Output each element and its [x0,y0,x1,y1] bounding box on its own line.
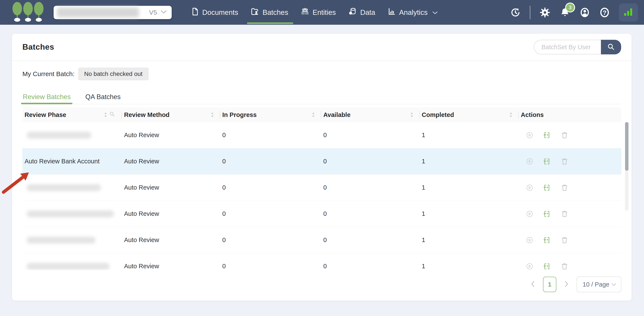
sort-icon[interactable] [210,112,214,118]
delete-trash-icon[interactable] [561,210,568,218]
page-size-select[interactable]: 10 / Page [576,277,622,292]
completed-cell: 1 [420,132,519,139]
table-row[interactable]: Auto Review 0 0 1 [22,253,622,270]
workspace-version-select[interactable]: V5 [54,6,172,19]
review-method-cell: Auto Review [122,263,220,270]
documents-icon [191,7,199,18]
available-cell: 0 [321,236,420,244]
search-icon [607,43,615,52]
delete-trash-icon[interactable] [561,131,568,139]
next-page-button[interactable] [562,277,571,292]
page-number-button[interactable]: 1 [543,277,556,292]
notifications-bell-icon[interactable]: 3 [560,7,570,18]
delete-trash-icon[interactable] [561,158,568,165]
checkout-batch-icon[interactable] [543,236,550,244]
column-header-review-phase[interactable]: Review Phase [22,108,122,122]
available-cell: 0 [321,210,420,217]
card-header: Batches [12,34,632,61]
settings-gear-icon[interactable] [539,7,550,18]
play-batch-icon[interactable] [526,211,533,217]
column-header-in-progress[interactable]: In Progress [220,108,321,122]
sort-icon[interactable] [311,112,316,118]
analytics-icon [388,7,396,18]
batchset-search [534,40,621,54]
column-search-icon[interactable] [109,111,116,119]
tab-qa-batches[interactable]: QA Batches [85,90,121,104]
table-row[interactable]: Auto Review 0 0 1 [22,122,622,148]
completed-cell: 1 [420,236,519,244]
sort-icon[interactable] [410,112,414,118]
sort-icon[interactable] [509,112,513,118]
in-progress-cell: 0 [220,158,321,165]
green-bar-chart-icon [623,7,634,18]
actions-cell [519,131,622,139]
table-header: Review Phase Review Method In Progress A… [22,108,622,122]
nav-item-documents[interactable]: Documents [185,0,244,25]
primary-nav: Documents Batches Entities Data Analytic… [185,0,444,25]
page-title: Batches [22,43,54,52]
review-phase-cell [22,237,122,244]
table-row[interactable]: Auto Review 0 0 1 [22,227,622,253]
batchset-search-input[interactable] [534,40,601,54]
sort-icon[interactable] [104,112,108,118]
review-phase-cell [22,132,122,139]
actions-cell [519,210,622,218]
pagination: 1 10 / Page [528,276,622,293]
redacted-text [27,184,101,191]
chevron-right-icon [564,280,569,289]
delete-trash-icon[interactable] [561,263,568,270]
play-batch-icon[interactable] [526,184,533,191]
analytics-app-launcher-button[interactable] [619,3,638,21]
redacted-text [27,210,114,217]
review-phase-cell: Auto Review Bank Account [22,158,122,165]
chevron-down-icon [432,8,438,16]
column-header-actions: Actions [519,108,622,122]
nav-item-entities[interactable]: Entities [294,0,342,25]
delete-trash-icon[interactable] [561,184,568,191]
nav-item-data[interactable]: Data [342,0,382,25]
tab-review-batches[interactable]: Review Batches [22,90,71,104]
checkout-batch-icon[interactable] [543,184,550,191]
page-size-value: 10 / Page [582,281,609,288]
nav-utilities: 3 ? [510,3,638,21]
checkout-batch-icon[interactable] [543,132,550,139]
nav-item-analytics[interactable]: Analytics [382,0,444,25]
actions-cell [519,158,622,165]
checkout-batch-icon[interactable] [543,210,550,218]
available-cell: 0 [321,263,420,270]
review-phase-cell [22,263,122,270]
table-row[interactable]: Auto Review 0 0 1 [22,174,622,201]
batch-tabs: Review Batches QA Batches [22,90,622,104]
in-progress-cell: 0 [220,184,321,191]
user-profile-icon[interactable] [580,7,590,18]
table-row[interactable]: Auto Review 0 0 1 [22,201,622,227]
help-icon[interactable]: ? [599,7,610,18]
delete-trash-icon[interactable] [561,236,568,244]
nav-item-batches[interactable]: Batches [244,0,294,25]
completed-cell: 1 [420,263,519,270]
notification-count-badge: 3 [565,2,575,12]
column-header-completed[interactable]: Completed [420,108,519,122]
table-row-highlighted[interactable]: Auto Review Bank Account Auto Review 0 0… [22,148,622,174]
play-batch-icon[interactable] [526,263,533,270]
chevron-left-icon [530,280,536,289]
column-header-available[interactable]: Available [321,108,420,122]
play-batch-icon[interactable] [526,237,533,243]
app-logo[interactable] [12,2,44,23]
checkout-batch-icon[interactable] [543,263,550,270]
previous-page-button[interactable] [528,277,538,292]
play-batch-icon[interactable] [526,132,533,139]
redacted-workspace-name [57,7,139,17]
table-scrollbar-thumb[interactable] [625,122,628,171]
completed-cell: 1 [420,184,519,191]
checkout-batch-icon[interactable] [543,158,550,165]
nav-item-label: Data [360,8,375,16]
completed-cell: 1 [420,210,519,217]
history-icon[interactable] [510,7,521,18]
table-scrollbar-track[interactable] [625,122,628,211]
column-header-review-method[interactable]: Review Method [122,108,220,122]
current-batch-row: My Current Batch: No batch checked out [22,68,148,80]
play-batch-icon[interactable] [526,158,533,165]
search-button[interactable] [601,40,621,54]
in-progress-cell: 0 [220,132,321,139]
